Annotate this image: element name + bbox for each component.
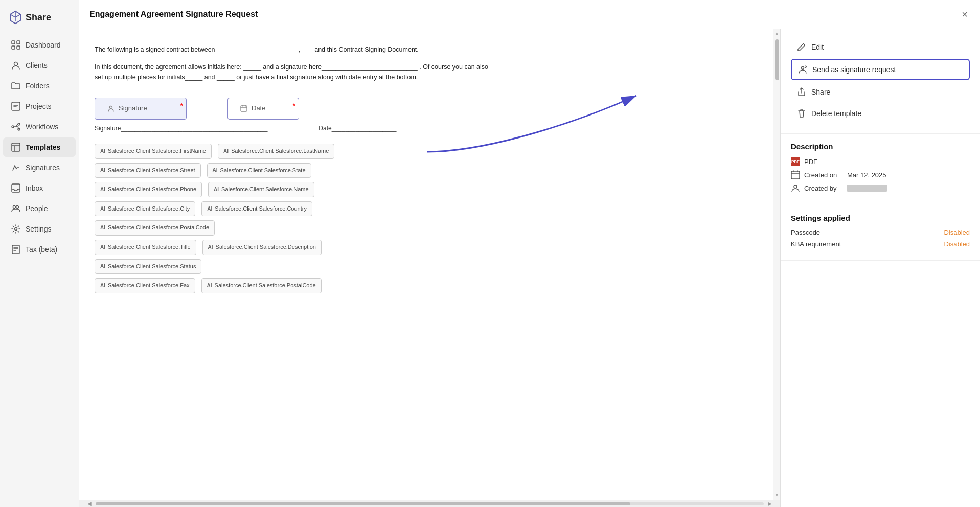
sf-field-postalcode2: AI Salesforce.Client Salesforce.PostalCo…: [201, 278, 322, 293]
date-line: Date___________________: [318, 124, 396, 133]
edit-icon: [797, 42, 806, 52]
signature-field-icon: [107, 105, 115, 112]
signature-field-label: Signature: [119, 103, 147, 114]
hscroll-left-arrow[interactable]: ◀: [87, 501, 92, 506]
sf-field-phone: AI Salesforce.Client Salesforce.Phone: [95, 182, 202, 197]
sidebar-item-workflows-label: Workflows: [26, 123, 58, 131]
created-by-label: Created by: [804, 185, 837, 192]
scroll-thumb-vertical[interactable]: [775, 39, 779, 80]
signature-line: Signature_______________________________…: [95, 124, 267, 133]
sf-field-fax: AI Salesforce.Client Salesforce.Fax: [95, 278, 195, 293]
hscroll-right-arrow[interactable]: ▶: [768, 501, 772, 506]
right-panel: Edit Send as signature request: [781, 29, 980, 507]
settings-title: Settings applied: [791, 214, 970, 222]
settings-section: Settings applied Passcode Disabled KBA r…: [781, 205, 980, 261]
date-required-star: *: [293, 100, 295, 111]
share-action[interactable]: Share: [791, 82, 970, 102]
calendar-icon: [791, 170, 800, 179]
sf-row-4: AI Salesforce.Client Salesforce.City AI …: [95, 201, 493, 217]
kba-row: KBA requirement Disabled: [791, 240, 970, 248]
sf-field-city: AI Salesforce.Client Salesforce.City: [95, 201, 195, 217]
ai-icon-description: AI: [208, 243, 213, 251]
scroll-arrow-down[interactable]: ▼: [773, 493, 780, 498]
sidebar-item-signatures-label: Signatures: [26, 164, 60, 172]
svg-rect-5: [12, 102, 20, 110]
sf-field-state: AI Salesforce.Client Salesforce.State: [207, 163, 311, 178]
date-field[interactable]: Date *: [227, 98, 299, 120]
sidebar-item-inbox-label: Inbox: [26, 184, 43, 192]
sf-row-8: AI Salesforce.Client Salesforce.Fax AI S…: [95, 278, 493, 293]
edit-label: Edit: [811, 43, 824, 51]
sf-row-3: AI Salesforce.Client Salesforce.Phone AI…: [95, 182, 493, 197]
hscroll-track[interactable]: [96, 502, 764, 505]
sidebar-item-projects[interactable]: Projects: [3, 97, 76, 116]
actions-section: Edit Send as signature request: [781, 29, 980, 134]
vertical-scrollbar[interactable]: ▲ ▼: [773, 29, 780, 500]
ai-icon-status: AI: [100, 262, 105, 270]
sidebar-item-inbox[interactable]: Inbox: [3, 178, 76, 198]
sf-row-2: AI Salesforce.Client Salesforce.Street A…: [95, 163, 493, 178]
sf-row-7: AI Salesforce.Client Salesforce.Status: [95, 259, 493, 274]
passcode-value: Disabled: [944, 228, 970, 236]
logo-icon: [8, 10, 22, 25]
sidebar-item-templates[interactable]: Templates: [3, 137, 76, 157]
dashboard-icon: [11, 40, 20, 50]
svg-point-12: [16, 206, 19, 209]
document-scroll-area[interactable]: The following is a signed contract betwe…: [79, 29, 780, 500]
sidebar-item-folders[interactable]: Folders: [3, 76, 76, 96]
sidebar-item-tax[interactable]: Tax (beta): [3, 240, 76, 259]
sidebar-item-people-label: People: [26, 204, 48, 213]
sf-field-street: AI Salesforce.Client Salesforce.Street: [95, 163, 201, 178]
modal-close-button[interactable]: ×: [960, 8, 970, 20]
projects-icon: [11, 102, 20, 111]
sf-field-name: AI Salesforce.Client Salesforce.Name: [208, 182, 314, 197]
svg-point-17: [802, 67, 804, 70]
tax-icon: [11, 245, 20, 254]
signature-date-row: Signature * Date *: [95, 98, 493, 120]
sf-field-title: AI Salesforce.Client Salesforce.Title: [95, 240, 196, 255]
delete-icon: [797, 109, 806, 118]
sidebar-item-workflows[interactable]: Workflows: [3, 117, 76, 136]
passcode-row: Passcode Disabled: [791, 228, 970, 236]
pdf-icon: PDF: [791, 157, 800, 166]
sidebar-item-clients[interactable]: Clients: [3, 56, 76, 75]
svg-rect-16: [241, 106, 247, 111]
sidebar-item-dashboard[interactable]: Dashboard: [3, 35, 76, 55]
signature-required-star: *: [180, 100, 183, 111]
svg-rect-0: [12, 41, 15, 44]
people-icon: [11, 204, 20, 213]
delete-label: Delete template: [811, 109, 861, 118]
sidebar-item-templates-label: Templates: [26, 143, 60, 151]
signature-field[interactable]: Signature *: [95, 98, 187, 120]
person-icon: [791, 183, 800, 193]
svg-rect-1: [17, 41, 20, 44]
ai-icon-city: AI: [100, 205, 105, 213]
document-content: The following is a signed contract betwe…: [95, 44, 493, 293]
doc-paragraph-1: The following is a signed contract betwe…: [95, 44, 493, 55]
scroll-arrow-up[interactable]: ▲: [773, 29, 780, 37]
svg-rect-2: [12, 46, 15, 49]
send-signature-action[interactable]: Send as signature request: [791, 59, 970, 80]
doc-paragraph-2: In this document, the agreement allows i…: [95, 62, 493, 82]
kba-label: KBA requirement: [791, 240, 841, 248]
delete-action[interactable]: Delete template: [791, 104, 970, 123]
hscroll-thumb: [96, 502, 630, 505]
created-on-row: Created on Mar 12, 2025: [791, 170, 970, 179]
sidebar-item-settings[interactable]: Settings: [3, 219, 76, 239]
edit-action[interactable]: Edit: [791, 37, 970, 57]
sidebar-item-signatures[interactable]: Signatures: [3, 158, 76, 177]
svg-point-15: [110, 106, 112, 109]
file-type-row: PDF PDF: [791, 157, 970, 166]
svg-point-11: [13, 206, 16, 209]
ai-icon-country: AI: [207, 205, 212, 213]
svg-rect-3: [17, 46, 20, 49]
sidebar-item-people[interactable]: People: [3, 199, 76, 218]
horizontal-scrollbar[interactable]: ◀ ▶: [79, 500, 780, 507]
ai-icon-phone: AI: [100, 186, 105, 194]
modal-header: Engagement Agreement Signature Request ×: [79, 0, 980, 29]
date-field-label: Date: [252, 103, 265, 114]
share-label: Share: [811, 88, 830, 96]
sidebar-item-tax-label: Tax (beta): [26, 245, 57, 254]
description-title: Description: [791, 142, 970, 151]
sidebar-item-settings-label: Settings: [26, 225, 52, 233]
